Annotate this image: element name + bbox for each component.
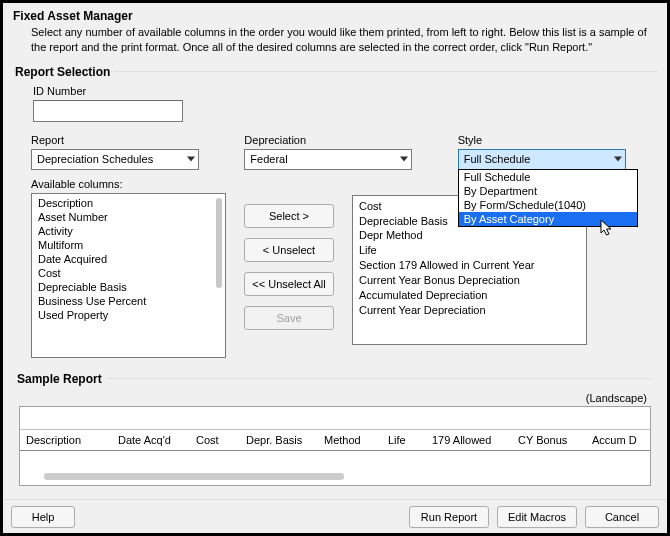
report-selection-group: Report Selection ID Number: [13, 65, 657, 126]
chevron-down-icon: [614, 157, 622, 162]
style-option[interactable]: By Department: [459, 184, 637, 198]
unselect-button[interactable]: < Unselect: [244, 238, 334, 262]
select-button[interactable]: Select >: [244, 204, 334, 228]
depreciation-combo-value: Federal: [250, 153, 287, 165]
list-item[interactable]: Asset Number: [32, 210, 225, 224]
list-item[interactable]: Depr Method: [359, 228, 580, 243]
scrollbar[interactable]: [44, 473, 344, 480]
chevron-down-icon: [187, 157, 195, 162]
available-columns-list[interactable]: Description Asset Number Activity Multif…: [31, 193, 226, 358]
page-title: Fixed Asset Manager: [13, 9, 657, 23]
orientation-label: (Landscape): [17, 392, 647, 404]
list-item[interactable]: Section 179 Allowed in Current Year: [359, 258, 580, 273]
report-label: Report: [31, 134, 222, 146]
style-dropdown: Full Schedule By Department By Form/Sche…: [458, 169, 638, 227]
column-header: Depr. Basis: [240, 434, 318, 446]
list-item[interactable]: Description: [32, 196, 225, 210]
style-combo-value: Full Schedule: [464, 153, 531, 165]
column-header: CY Bonus: [512, 434, 586, 446]
report-combo-value: Depreciation Schedules: [37, 153, 153, 165]
list-item[interactable]: Business Use Percent: [32, 294, 225, 308]
list-item[interactable]: Accumulated Depreciation: [359, 288, 580, 303]
list-item[interactable]: Date Acquired: [32, 252, 225, 266]
sample-report-legend: Sample Report: [17, 372, 106, 386]
sample-report-preview: Description Date Acq'd Cost Depr. Basis …: [19, 406, 651, 486]
style-option[interactable]: Full Schedule: [459, 170, 637, 184]
unselect-all-button[interactable]: << Unselect All: [244, 272, 334, 296]
available-columns-label: Available columns:: [31, 178, 226, 190]
list-item[interactable]: Activity: [32, 224, 225, 238]
id-number-label: ID Number: [33, 85, 655, 97]
column-header: Date Acq'd: [112, 434, 190, 446]
id-number-input[interactable]: [33, 100, 183, 122]
style-option[interactable]: By Form/Schedule(1040): [459, 198, 637, 212]
help-button[interactable]: Help: [11, 506, 75, 528]
list-item[interactable]: Multiform: [32, 238, 225, 252]
list-item[interactable]: Depreciable Basis: [32, 280, 225, 294]
list-item[interactable]: Cost: [32, 266, 225, 280]
list-item[interactable]: Life: [359, 243, 580, 258]
list-item[interactable]: Current Year Bonus Depreciation: [359, 273, 580, 288]
column-header: Description: [20, 434, 112, 446]
footer-bar: Help Run Report Edit Macros Cancel: [3, 499, 667, 533]
sample-report-group: Sample Report (Landscape) Description Da…: [17, 372, 653, 486]
list-item[interactable]: Current Year Depreciation: [359, 303, 580, 318]
chevron-down-icon: [400, 157, 408, 162]
depreciation-combo[interactable]: Federal: [244, 149, 412, 170]
report-combo[interactable]: Depreciation Schedules: [31, 149, 199, 170]
sample-header-row: Description Date Acq'd Cost Depr. Basis …: [20, 429, 650, 451]
style-combo[interactable]: Full Schedule: [458, 149, 626, 170]
column-header: Method: [318, 434, 382, 446]
scrollbar[interactable]: [216, 198, 222, 288]
column-header: Life: [382, 434, 426, 446]
run-report-button[interactable]: Run Report: [409, 506, 489, 528]
column-header: Accum D: [586, 434, 646, 446]
cancel-button[interactable]: Cancel: [585, 506, 659, 528]
depreciation-label: Depreciation: [244, 134, 435, 146]
column-header: 179 Allowed: [426, 434, 512, 446]
intro-text: Select any number of available columns i…: [31, 25, 657, 55]
report-selection-legend: Report Selection: [15, 65, 114, 79]
style-label: Style: [458, 134, 649, 146]
style-option[interactable]: By Asset Category: [459, 212, 637, 226]
list-item[interactable]: Used Property: [32, 308, 225, 322]
save-button[interactable]: Save: [244, 306, 334, 330]
column-header: Cost: [190, 434, 240, 446]
edit-macros-button[interactable]: Edit Macros: [497, 506, 577, 528]
